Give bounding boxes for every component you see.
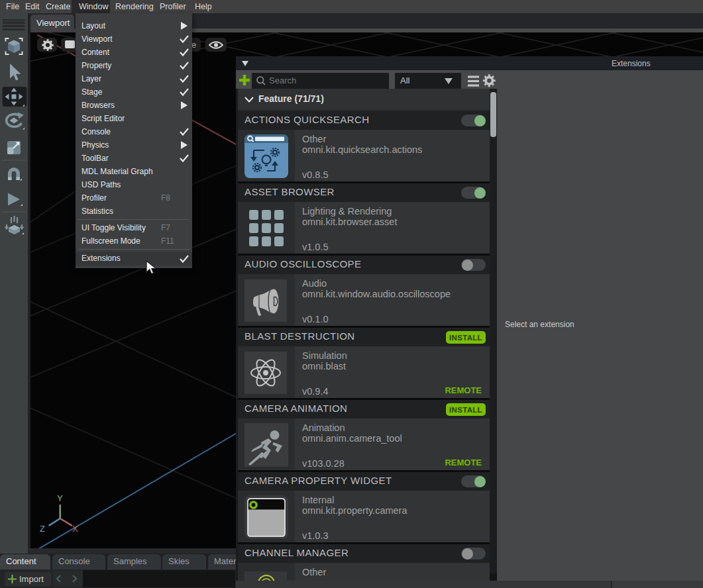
svg-text:Y: Y	[57, 493, 63, 503]
svg-text:X: X	[72, 524, 78, 534]
svg-text:Z: Z	[40, 524, 45, 534]
